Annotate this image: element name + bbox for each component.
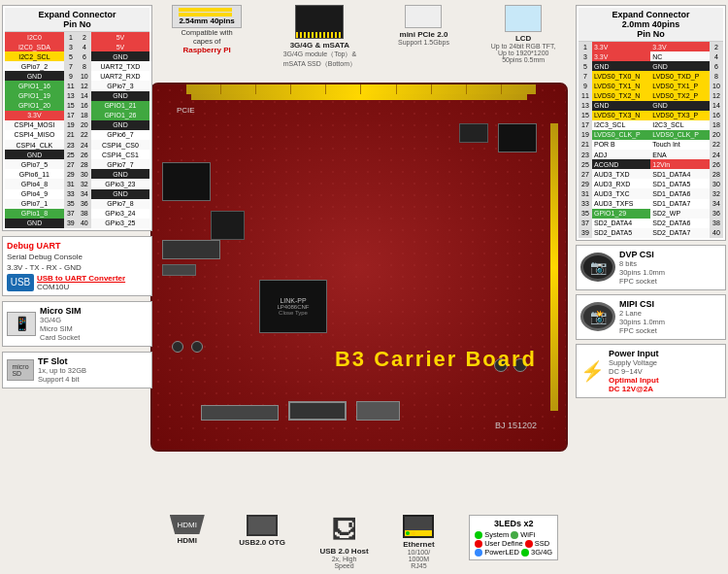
left-pin-label: I2C0_SDA <box>5 42 64 51</box>
left-pin-label: GPio7_1 <box>5 199 64 209</box>
bottom-connector-3 <box>356 401 400 421</box>
right-left-label: POR B <box>592 140 650 150</box>
usb-host-desc1: 2x, High <box>332 556 357 562</box>
bottom-connector-1 <box>201 405 279 421</box>
power-title: Power Input <box>609 349 721 358</box>
left-pin-row: GPio7_52728GPio7_7 <box>5 159 149 169</box>
left-pin-row: GPio7_13536GPio7_8 <box>5 199 149 209</box>
usb-host-label: USB 2.0 Host <box>319 547 368 556</box>
top-40pin-item: 2.54mm 40pins Compatible with capes of R… <box>172 5 241 54</box>
led-ssd-label: SSD <box>535 539 549 548</box>
cap-2 <box>191 341 203 353</box>
right-left-pin-number: 31 <box>579 188 592 198</box>
right-pin-number: 2 <box>78 32 91 42</box>
board-area: PCIE LINK-PP LP4086CNF Close Type <box>150 83 568 452</box>
bottom-ethernet-item: Ethernet 10/100/1000MRJ45 <box>403 515 434 569</box>
right-pin-number: 6 <box>78 51 91 61</box>
right-left-pin-number: 9 <box>579 81 592 90</box>
3g-desc2: mSATA SSD（Bottom） <box>283 59 356 69</box>
right-left-label: SD2_DATA5 <box>592 228 650 238</box>
right-pin-row: 19LVDS0_CLK_PLVDS0_CLK_P20 <box>579 130 723 140</box>
right-left-label: AUD3_TXFS <box>592 199 650 209</box>
right-pin-row: 5GNDGND6 <box>579 61 723 71</box>
right-right-label: LVDS0_TX3_P <box>650 111 710 120</box>
right-right-label: LVDS0_TXD_P <box>650 71 710 81</box>
eth-led-1 <box>406 531 410 535</box>
right-pin-label: GND <box>91 169 149 179</box>
right-pin-row: 13GNDGND14 <box>579 101 723 111</box>
left-pin-row: CSPI4_MISO2122GPio6_7 <box>5 130 149 140</box>
right-pin-number: 24 <box>78 140 91 150</box>
40pin-label: 2.54mm 40pins <box>179 17 234 25</box>
right-pin-row: 13.3V3.3V2 <box>579 42 723 51</box>
raspberry-brand: Raspberry PI <box>182 46 230 54</box>
ethernet-leds <box>405 530 432 536</box>
mipi-title: MIPI CSI <box>619 299 721 309</box>
right-left-label: I2C3_SCL <box>592 120 650 130</box>
hdmi-label: HDMI <box>178 536 197 545</box>
right-pin-row: 37SD2_DATA4SD2_DATA638 <box>579 219 723 228</box>
right-right-label: SD1_DATA4 <box>650 169 710 179</box>
bottom-usb-otg-item: USB2.0 OTG <box>239 515 285 547</box>
right-left-pin-number: 21 <box>579 140 592 150</box>
right-right-pin-number: 4 <box>710 51 723 61</box>
left-pin-label: GPio4_9 <box>5 189 64 199</box>
right-right-label: GND <box>650 61 710 71</box>
left-pin-number: 5 <box>64 51 78 61</box>
mipi-csi-box: 📸 MIPI CSI 2 Lane 30pins 1.0mm FPC socke… <box>576 294 726 340</box>
left-pin-label: GND <box>5 71 64 81</box>
right-pin-number: 26 <box>78 150 91 159</box>
led-row-power: PowerLED 3G/4G <box>475 548 552 557</box>
right-pin-row: 17I2C3_SCLI2C3_SCL18 <box>579 120 723 130</box>
right-connector-subtitle-top: 2.0mm 40pins <box>622 19 680 29</box>
right-right-pin-number: 16 <box>710 111 723 120</box>
right-right-label: SD2_DATA7 <box>650 228 710 238</box>
left-pin-number: 33 <box>64 189 78 199</box>
right-pin-number: 8 <box>78 61 91 71</box>
right-left-pin-number: 11 <box>579 90 592 100</box>
right-left-label: LVDS0_CLK_P <box>592 130 650 140</box>
left-expand-connector-box: Expand Connector Pin No I2C0125VI2C0_SDA… <box>2 5 152 231</box>
board-inner: PCIE LINK-PP LP4086CNF Close Type <box>152 84 566 450</box>
right-pin-row: 27AUD3_TXDSD1_DATA428 <box>579 169 723 179</box>
right-right-label: SD2_DATA6 <box>650 219 710 228</box>
left-pin-number: 7 <box>64 61 78 71</box>
led-power-label: PowerLED <box>484 548 519 557</box>
left-pin-label: CSPI4_MISO <box>5 130 64 140</box>
right-left-pin-number: 27 <box>579 169 592 179</box>
right-pin-label: GPio3_23 <box>91 179 149 188</box>
left-pin-label: 3.3V <box>5 111 64 120</box>
led-power-dot <box>475 549 482 557</box>
pcb-chip-2 <box>459 123 488 143</box>
right-right-pin-number: 40 <box>710 228 723 238</box>
right-left-label: ADJ <box>592 150 650 159</box>
right-right-label: LVDS0_TX1_P <box>650 81 710 90</box>
left-pin-row: GPIO1_201516GPIO1_21 <box>5 101 149 111</box>
right-right-label: I2C3_SCL <box>650 120 710 130</box>
right-pin-row: 15LVDS0_TX3_NLVDS0_TX3_P16 <box>579 111 723 120</box>
right-pin-number: 38 <box>78 209 91 219</box>
right-connector-title: Expand Connector <box>612 10 689 19</box>
left-pin-number: 23 <box>64 140 78 150</box>
left-pin-number: 17 <box>64 111 78 120</box>
power-optimal: Optimal Input <box>609 376 721 385</box>
debug-uart-box: Debug UART Serial Debug Console 3.3V - T… <box>2 236 152 296</box>
pcb-chip-4 <box>211 211 245 240</box>
right-right-label: 12Vin <box>650 159 710 169</box>
right-right-pin-number: 32 <box>710 188 723 198</box>
right-left-pin-number: 23 <box>579 150 592 159</box>
right-left-pin-number: 17 <box>579 120 592 130</box>
right-right-pin-number: 8 <box>710 71 723 81</box>
lcd-desc2: Up to 1920*1200 <box>498 50 549 56</box>
right-pin-row: 11LVDS0_TX2_NLVDS0_TX2_P12 <box>579 90 723 100</box>
right-left-label: SD2_DATA4 <box>592 219 650 228</box>
3g-module-icon <box>295 5 344 39</box>
right-right-pin-number: 6 <box>710 61 723 71</box>
left-connector-subtitle: Pin No <box>63 19 91 29</box>
top-3g-item: 3G/4G & mSATA 3G/4G module（Top）& mSATA S… <box>283 5 356 69</box>
mini-pcie-icon <box>405 5 442 28</box>
dvp-csi-box: 📷 DVP CSI 8 bits 30pins 1.0mm FPC socket <box>576 245 726 290</box>
right-right-pin-number: 18 <box>710 120 723 130</box>
lcd-desc3: 50pins 0.5mm <box>502 56 545 63</box>
3g-desc1: 3G/4G module（Top）& <box>283 50 356 59</box>
